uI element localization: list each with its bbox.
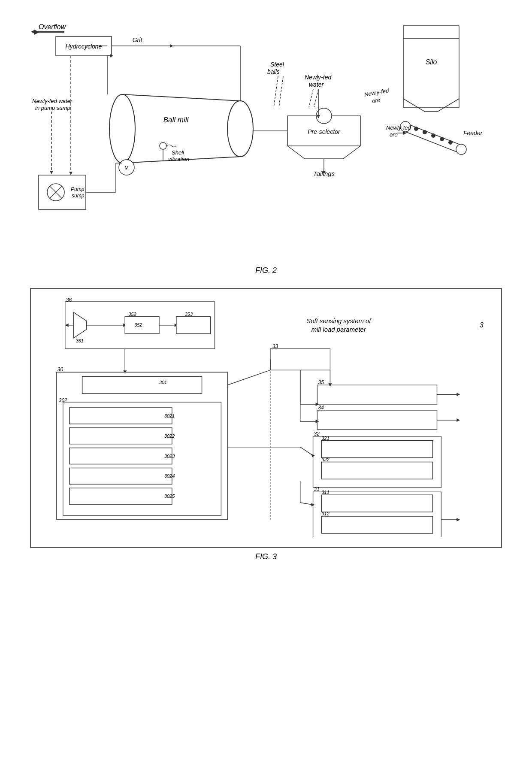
svg-line-34 [287,146,305,159]
svg-point-43 [227,101,253,157]
svg-line-44 [122,94,240,101]
svg-rect-110 [322,441,433,458]
silo-label: Silo [426,58,437,66]
svg-text:in pump sump: in pump sump [35,105,70,111]
num-31-label: 31 [314,486,320,492]
svg-text:vibration: vibration [168,156,189,162]
svg-rect-92 [70,468,172,484]
num-32-label: 32 [314,431,320,437]
fig3-svg: 36 361 352 352 353 [39,297,493,537]
feeder-label: Feeder [463,130,483,136]
page: Overflow Hydrocyclone Grit Newly-fed wat… [0,0,532,766]
newly-fed-ore-label2: Newly-fed [364,87,390,98]
num-352-label: 352 [134,322,142,327]
svg-marker-118 [456,518,460,521]
svg-marker-106 [456,418,460,422]
svg-text:353: 353 [185,312,193,317]
svg-marker-59 [50,171,53,174]
grit-label: Grit [133,36,143,43]
svg-rect-87 [82,376,202,394]
hydrocyclone-label: Hydrocyclone [66,43,102,50]
svg-text:balls: balls [267,68,280,75]
svg-line-112 [300,447,313,456]
newly-fed-water-label: Newly-fed [305,74,332,81]
svg-marker-5 [69,172,73,175]
svg-rect-94 [270,349,330,370]
pump-water-label: Newly-fed water [32,98,73,104]
steel-balls-label: Steel [270,61,284,68]
num-3022-label: 3022 [164,433,175,439]
svg-line-12 [309,89,313,107]
svg-rect-93 [70,488,172,504]
svg-rect-91 [70,448,172,464]
num-301-label: 301 [159,380,167,385]
svg-rect-90 [70,428,172,444]
svg-text:water: water [309,81,324,88]
ball-mill-label: Ball mill [163,116,189,124]
svg-line-35 [343,146,360,159]
svg-line-13 [314,89,318,107]
svg-rect-104 [317,410,437,430]
fig3-caption: FIG. 3 [255,552,277,561]
svg-rect-89 [70,408,172,424]
svg-text:352: 352 [128,312,136,317]
soft-sensing-label1: Soft sensing system of [306,317,372,324]
num-36-label: 36 [66,297,72,303]
num-3021-label: 3021 [164,413,175,418]
svg-marker-2 [31,30,34,33]
soft-sensing-label2: mill load parameter [311,326,366,333]
num-312-label: 312 [322,511,329,516]
svg-rect-116 [322,516,433,533]
svg-rect-115 [322,495,433,512]
svg-rect-111 [322,462,433,479]
svg-rect-14 [403,39,459,107]
num-3024-label: 3024 [164,473,175,478]
svg-text:Pump: Pump [71,186,85,192]
svg-text:sump: sump [72,193,85,199]
num-311-label: 311 [322,490,329,495]
svg-line-10 [274,76,278,107]
svg-point-24 [456,144,466,154]
fig2-diagram: Overflow Hydrocyclone Grit Newly-fed wat… [30,13,502,262]
svg-marker-7 [170,44,173,48]
fig2-caption: FIG. 2 [30,266,502,275]
svg-point-48 [160,142,166,149]
svg-rect-97 [317,385,437,404]
overflow-label: Overflow [39,23,66,30]
svg-text:M: M [124,165,128,170]
svg-line-120 [300,503,313,505]
shell-vibration-label: Shell [172,149,184,156]
num-3-label: 3 [480,321,484,329]
num-3023-label: 3023 [164,454,175,459]
num-35-label: 35 [318,379,324,385]
svg-line-11 [279,76,283,107]
svg-point-29 [448,140,453,145]
num-33-label: 33 [272,343,278,349]
svg-point-26 [423,130,427,134]
fig2-svg: Overflow Hydrocyclone Grit Newly-fed wat… [30,13,502,262]
svg-line-95 [227,370,270,385]
fig2-container: Overflow Hydrocyclone Grit Newly-fed wat… [30,13,502,284]
svg-rect-82 [176,317,211,334]
svg-text:ore: ore [372,97,381,104]
svg-point-25 [414,127,418,131]
svg-point-28 [440,137,444,141]
svg-marker-99 [456,393,460,396]
pre-selector-label: Pre-selector [308,128,341,135]
fig3-outer: 36 361 352 352 353 [30,288,502,548]
svg-text:ore: ore [390,131,398,138]
svg-point-42 [109,94,135,163]
newly-fed-ore-label: Newly-fed [386,124,411,131]
num-322-label: 322 [322,457,329,462]
svg-point-27 [431,133,435,138]
num-34-label: 34 [318,405,324,411]
num-361-label: 361 [76,338,84,343]
num-321-label: 321 [322,436,329,441]
num-3025-label: 3025 [164,494,175,499]
num-30-label: 30 [57,366,63,372]
